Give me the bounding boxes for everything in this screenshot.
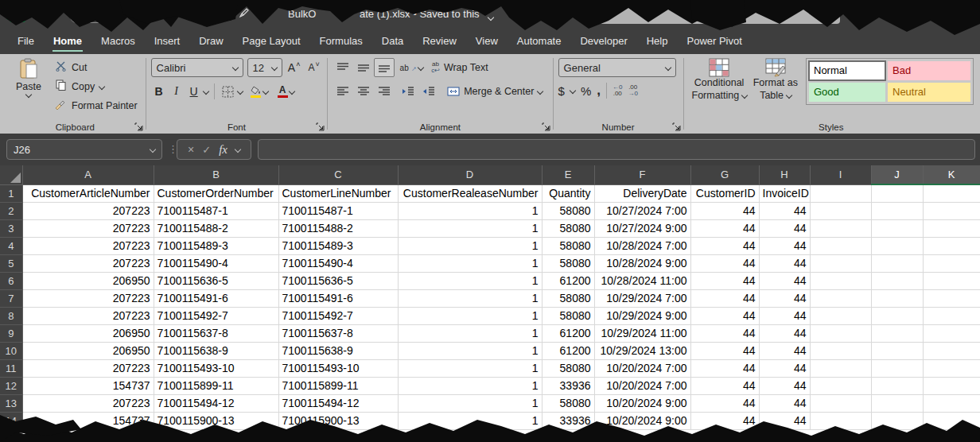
- cell-K11[interactable]: [923, 359, 980, 377]
- cell-J2[interactable]: [871, 202, 923, 219]
- cell-K2[interactable]: [923, 202, 980, 219]
- cell-A12[interactable]: 154737: [22, 377, 154, 394]
- cell-G10[interactable]: 44: [690, 342, 759, 359]
- cell-A10[interactable]: 206950: [22, 342, 154, 359]
- cell-D5[interactable]: 1: [398, 254, 542, 272]
- cell-D13[interactable]: 1: [398, 394, 542, 412]
- cell-I10[interactable]: [810, 342, 871, 359]
- cell-C14[interactable]: 7100115900-13: [278, 412, 398, 429]
- cell-C13[interactable]: 7100115494-12: [278, 394, 398, 412]
- cell-B1[interactable]: CustomerOrderNumber: [154, 184, 278, 202]
- align-right-button[interactable]: [374, 82, 395, 101]
- cell-G11[interactable]: 44: [690, 359, 759, 377]
- cell-I1[interactable]: [810, 184, 871, 202]
- cell-D6[interactable]: 1: [398, 272, 542, 289]
- cell-C10[interactable]: 7100115638-9: [278, 342, 398, 359]
- style-neutral[interactable]: Neutral: [888, 83, 970, 102]
- cell-F13[interactable]: 10/20/2024 9:00: [594, 394, 690, 412]
- tab-automate[interactable]: Automate: [508, 30, 571, 54]
- cell-B3[interactable]: 7100115488-2: [154, 219, 278, 237]
- cell-D11[interactable]: 1: [398, 359, 542, 377]
- cell-A2[interactable]: 207223: [22, 202, 154, 219]
- cell-C2[interactable]: 7100115487-1: [278, 202, 398, 219]
- select-all-corner[interactable]: [0, 165, 22, 184]
- insert-function-icon[interactable]: fx: [219, 143, 228, 157]
- cell-G6[interactable]: 44: [690, 272, 759, 289]
- tab-help[interactable]: Help: [637, 30, 678, 54]
- row-header-8[interactable]: 8: [0, 307, 22, 324]
- cell-A13[interactable]: 207223: [22, 394, 154, 412]
- cell-F1[interactable]: DeliveryDate: [594, 184, 690, 202]
- excel-app-icon[interactable]: X: [10, 6, 25, 22]
- cell-E13[interactable]: 58080: [542, 394, 594, 412]
- cell-D10[interactable]: 1: [398, 342, 542, 359]
- tab-macros[interactable]: Macros: [91, 30, 145, 54]
- row-header-4[interactable]: 4: [0, 237, 22, 254]
- font-dialog-launcher[interactable]: [316, 122, 325, 131]
- cell-E5[interactable]: 58080: [542, 254, 594, 272]
- cell-J1[interactable]: [871, 184, 923, 202]
- tab-file[interactable]: File: [8, 30, 44, 54]
- cell-E1[interactable]: Quantity: [542, 184, 594, 202]
- cell-B10[interactable]: 7100115638-9: [154, 342, 278, 359]
- cell-D2[interactable]: 1: [398, 202, 542, 219]
- cell-I14[interactable]: [810, 412, 871, 429]
- cell-K14[interactable]: [923, 412, 980, 429]
- cell-G1[interactable]: CustomerID: [690, 184, 759, 202]
- cell-F8[interactable]: 10/29/2024 9:00: [594, 307, 690, 324]
- cell-I5[interactable]: [810, 254, 871, 272]
- cell-J10[interactable]: [871, 342, 923, 359]
- column-header-C[interactable]: C: [278, 165, 398, 184]
- cell-A7[interactable]: 207223: [22, 289, 154, 307]
- cell-F14[interactable]: 10/20/2024 9:00: [594, 412, 690, 429]
- cell-H6[interactable]: 44: [759, 272, 810, 289]
- cell-K13[interactable]: [923, 394, 980, 412]
- cell-K12[interactable]: [923, 377, 980, 394]
- cell-J14[interactable]: [871, 412, 923, 429]
- tab-power-pivot[interactable]: Power Pivot: [677, 30, 751, 54]
- increase-decimal-button[interactable]: ←0 .00: [612, 84, 622, 97]
- cell-D9[interactable]: 1: [398, 324, 542, 342]
- cell-B11[interactable]: 7100115493-10: [154, 359, 278, 377]
- cell-K7[interactable]: [923, 289, 980, 307]
- cell-F11[interactable]: 10/20/2024 7:00: [594, 359, 690, 377]
- merge-center-button[interactable]: Merge & Center: [447, 86, 542, 97]
- align-left-button[interactable]: [332, 82, 353, 101]
- cell-I9[interactable]: [810, 324, 871, 342]
- row-header-9[interactable]: 9: [0, 324, 22, 342]
- tab-view[interactable]: View: [466, 30, 508, 54]
- number-format-combo[interactable]: General: [558, 58, 676, 77]
- cell-G5[interactable]: 44: [690, 254, 759, 272]
- cell-E10[interactable]: 61200: [542, 342, 594, 359]
- cell-B12[interactable]: 7100115899-11: [154, 377, 278, 394]
- increase-indent-button[interactable]: [418, 82, 439, 101]
- cell-E14[interactable]: 33936: [542, 412, 594, 429]
- cell-G3[interactable]: 44: [690, 219, 759, 237]
- cut-button[interactable]: Cut: [54, 58, 138, 77]
- cell-A1[interactable]: CustomerArticleNumber: [22, 184, 154, 202]
- cell-C5[interactable]: 7100115490-4: [278, 254, 398, 272]
- style-bad[interactable]: Bad: [888, 61, 970, 80]
- cell-A11[interactable]: 207223: [22, 359, 154, 377]
- cell-F10[interactable]: 10/29/2024 13:00: [594, 342, 690, 359]
- cell-F5[interactable]: 10/28/2024 9:00: [594, 254, 690, 272]
- column-header-F[interactable]: F: [594, 165, 690, 184]
- search-box[interactable]: [599, 4, 840, 24]
- cell-B4[interactable]: 7100115489-3: [154, 237, 278, 254]
- row-header-3[interactable]: 3: [0, 219, 22, 237]
- cell-G7[interactable]: 44: [690, 289, 759, 307]
- tab-insert[interactable]: Insert: [145, 30, 190, 54]
- cell-A9[interactable]: 206950: [22, 324, 154, 342]
- cell-J3[interactable]: [871, 219, 923, 237]
- cell-H5[interactable]: 44: [759, 254, 810, 272]
- cell-F3[interactable]: 10/27/2024 9:00: [594, 219, 690, 237]
- cell-H8[interactable]: 44: [759, 307, 810, 324]
- cell-E12[interactable]: 33936: [542, 377, 594, 394]
- cell-I6[interactable]: [810, 272, 871, 289]
- cell-C7[interactable]: 7100115491-6: [278, 289, 398, 307]
- italic-button[interactable]: I: [169, 82, 185, 101]
- cell-I13[interactable]: [810, 394, 871, 412]
- increase-font-size-button[interactable]: A˄: [286, 58, 302, 77]
- cell-J4[interactable]: [871, 237, 923, 254]
- cell-K9[interactable]: [923, 324, 980, 342]
